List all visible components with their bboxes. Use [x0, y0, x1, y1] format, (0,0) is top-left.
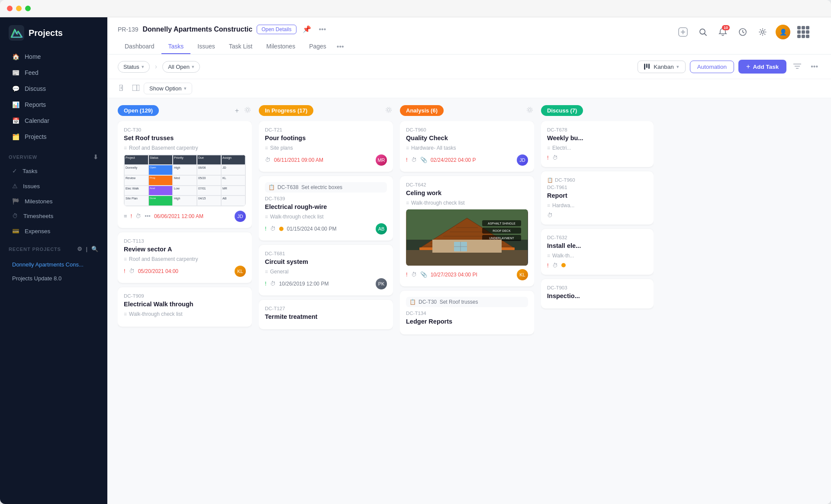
col-cards-analysis: DC-T960 Quality Check ≡ Hardware- All ta…	[400, 121, 534, 497]
col-refresh-icon[interactable]	[525, 106, 534, 116]
tab-milestones[interactable]: Milestones	[259, 39, 302, 54]
card-date: 06/11/2021 09:00 AM	[274, 157, 323, 163]
kanban-card: 📋 DC-T638 Set electric boxes DC-T639 Ele…	[259, 176, 393, 241]
kanban-card: DC-T681 Circuit system ≡ General ! ⏱ 10/…	[259, 245, 393, 295]
recent-projects-list: Donnelly Apartments Cons... Projects Upd…	[0, 255, 107, 288]
minimize-btn[interactable]	[16, 6, 22, 11]
pin-icon[interactable]: 📌	[301, 24, 313, 34]
tab-issues[interactable]: Issues	[190, 39, 222, 54]
main-header: PR-139 Donnelly Apartments Constructic O…	[107, 17, 831, 55]
tab-more-icon[interactable]: •••	[333, 39, 348, 54]
card-id: DC-T127	[265, 306, 387, 311]
card-id: DC-T639	[265, 196, 387, 201]
overview-item-tasks[interactable]: ✓ Tasks	[3, 164, 104, 178]
overview-section: Overview ⬇	[0, 147, 107, 163]
discuss-icon: 💬	[12, 85, 19, 92]
more-options-icon[interactable]: •••	[317, 25, 328, 34]
maximize-btn[interactable]	[25, 6, 31, 11]
sidebar-item-feed[interactable]: 📰 Feed	[3, 65, 104, 80]
issues-icon: ⚠	[12, 183, 18, 189]
svg-rect-12	[648, 64, 650, 69]
collapse-right-icon[interactable]	[131, 83, 141, 94]
close-btn[interactable]	[7, 6, 13, 11]
timesheets-icon: ⏱	[12, 213, 18, 219]
card-subtitle: ≡ Roof and Basement carpentry	[124, 145, 246, 151]
search-icon[interactable]	[696, 25, 710, 39]
user-avatar[interactable]: 👤	[776, 25, 790, 39]
tab-tasks[interactable]: Tasks	[161, 39, 191, 54]
sidebar-item-projects[interactable]: 🗂️ Projects	[3, 129, 104, 144]
more-options-button[interactable]: •••	[808, 61, 821, 72]
overview-filter-icon[interactable]: ⬇	[93, 154, 99, 161]
kanban-card: DC-T903 Inspectio...	[541, 279, 654, 309]
settings-gear-icon[interactable]	[756, 25, 770, 39]
card-id: DC-T960	[406, 127, 528, 132]
card-footer-left: ! ⏱	[547, 154, 558, 161]
grid-apps-icon[interactable]	[796, 25, 810, 39]
card-date: 05/20/2021 04:00	[138, 268, 178, 274]
header-right-icons: 10 👤	[666, 25, 821, 39]
status-filter-button[interactable]: Status ▾	[118, 61, 150, 73]
col-refresh-icon[interactable]	[243, 106, 252, 116]
sidebar-item-home[interactable]: 🏠 Home	[3, 49, 104, 64]
project-name: Donnelly Apartments Constructic	[142, 26, 252, 33]
card-footer-left: ! ⏱ 10/26/2019 12:00 PM	[265, 280, 329, 287]
status-dot-yellow	[279, 227, 283, 231]
kanban-col-inprogress: In Progress (17) DC-T21 Pour footings	[259, 105, 393, 497]
clock-icon[interactable]	[736, 25, 750, 39]
svg-text:UNDERLAYMENT: UNDERLAYMENT	[489, 237, 514, 240]
project-id: PR-139	[118, 26, 138, 33]
sidebar: Projects 🏠 Home 📰 Feed 💬 Discuss 📊 Rep	[0, 17, 107, 504]
card-id: DC-T961	[547, 185, 647, 190]
card-more-icon[interactable]: •••	[145, 213, 151, 219]
recent-project-update[interactable]: Projects Update 8.0	[3, 272, 104, 285]
card-avatar: PK	[376, 278, 387, 289]
sidebar-item-discuss[interactable]: 💬 Discuss	[3, 81, 104, 96]
add-task-button[interactable]: + Add Task	[738, 60, 786, 74]
kanban-icon	[644, 64, 651, 70]
chevron-down-icon: ▾	[192, 64, 194, 70]
svg-point-23	[387, 109, 390, 111]
notification-bell-icon[interactable]: 10	[716, 25, 730, 39]
card-id: DC-T632	[547, 235, 647, 240]
overview-item-issues[interactable]: ⚠ Issues	[3, 179, 104, 193]
clock-icon: ⏱	[552, 262, 558, 269]
filter-icon-button[interactable]	[791, 61, 804, 73]
tab-task-list[interactable]: Task List	[222, 39, 259, 54]
logo-text: Projects	[29, 28, 63, 38]
col-refresh-icon[interactable]	[384, 106, 393, 116]
overview-item-expenses[interactable]: 💳 Expenses	[3, 224, 104, 238]
card-avatar: KL	[235, 266, 246, 277]
tab-dashboard[interactable]: Dashboard	[118, 39, 161, 54]
recent-search-icon[interactable]: 🔍	[91, 246, 99, 252]
tab-pages[interactable]: Pages	[302, 39, 333, 54]
main-content: PR-139 Donnelly Apartments Constructic O…	[107, 17, 831, 504]
card-footer-left: ⏱	[547, 212, 553, 218]
automation-button[interactable]: Automation	[690, 61, 734, 73]
sidebar-item-calendar[interactable]: 📅 Calendar	[3, 113, 104, 128]
all-open-filter-button[interactable]: All Open ▾	[162, 61, 200, 73]
sidebar-item-label: Reports	[25, 101, 46, 108]
show-option-button[interactable]: Show Option ▾	[144, 83, 192, 94]
recent-project-donnelly[interactable]: Donnelly Apartments Cons...	[3, 258, 104, 271]
svg-point-20	[245, 107, 250, 112]
svg-point-22	[386, 107, 391, 112]
sidebar-item-reports[interactable]: 📊 Reports	[3, 97, 104, 112]
recent-filter-icon[interactable]: ⚙	[77, 246, 83, 252]
open-details-button[interactable]: Open Details	[257, 25, 296, 34]
card-footer: ⏱	[547, 212, 647, 218]
kanban-view-button[interactable]: Kanban ▾	[638, 61, 686, 73]
overview-item-milestones[interactable]: 🏁 Milestones	[3, 194, 104, 209]
collapse-left-icon[interactable]	[118, 83, 128, 94]
col-add-icon[interactable]: +	[234, 106, 240, 116]
card-title: Report	[547, 192, 647, 200]
priority-icon: !	[547, 262, 549, 269]
card-subtitle: ≡ Site plans	[265, 145, 387, 151]
overview-item-timesheets[interactable]: ⏱ Timesheets	[3, 209, 104, 223]
kanban-card: 📋 DC-T960 DC-T961 Report ≡ Hardwa... ⏱	[541, 171, 654, 225]
card-footer: ! ⏱ 📎 02/24/2022 04:00 P JD	[406, 154, 528, 166]
add-button[interactable]	[676, 25, 690, 39]
kanban-col-open: Open (129) + DC-T30 Set Roof trusses	[118, 105, 252, 497]
svg-point-9	[761, 31, 764, 33]
card-title: Celing work	[406, 189, 528, 197]
